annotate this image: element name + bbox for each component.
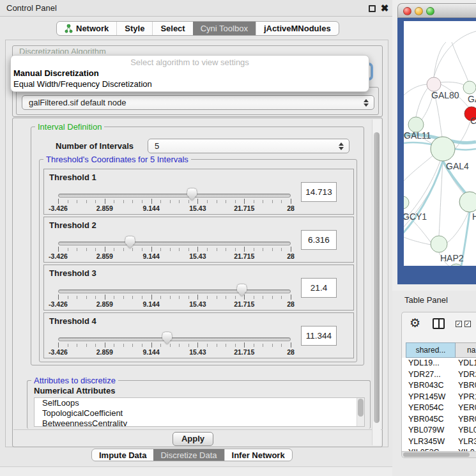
- tab-impute-data[interactable]: Impute Data: [92, 449, 153, 461]
- threshold-4-slider-handle[interactable]: [162, 332, 172, 344]
- network-canvas[interactable]: GAL80 GA C GAL11 GAL4 GCY1 H HAP2: [404, 21, 476, 266]
- table-header: shared... na: [402, 342, 476, 358]
- node-top-right[interactable]: [463, 81, 476, 94]
- tab-style-label: Style: [125, 24, 144, 33]
- network-window-frame: GAL80 GA C GAL11 GAL4 GCY1 H HAP2: [397, 18, 476, 284]
- tick: [291, 247, 291, 252]
- table-data-value: galFiltered.sif default node: [29, 96, 126, 109]
- close-icon[interactable]: ✖: [380, 2, 390, 15]
- node-gcy1[interactable]: [404, 196, 409, 209]
- tick: [197, 295, 198, 300]
- tab-jactivemnodules[interactable]: jActiveMNodules: [256, 22, 339, 35]
- network-icon: [65, 24, 73, 33]
- node-label-partial-h: H: [472, 211, 476, 222]
- checkbox-icon[interactable]: ✓: [464, 321, 471, 327]
- settings-scrollbar[interactable]: [372, 119, 381, 445]
- threshold-2-label: Threshold 2: [49, 220, 96, 230]
- separator: [13, 429, 383, 430]
- zoom-traffic-light[interactable]: [426, 7, 434, 15]
- stepper-arrows-icon: [364, 99, 369, 107]
- tick: [151, 342, 152, 348]
- list-item[interactable]: SelfLoops: [35, 398, 364, 408]
- tick-label: 28: [287, 204, 295, 212]
- threshold-3-value-field[interactable]: 21.4: [301, 278, 337, 298]
- node-hap2[interactable]: [431, 236, 447, 252]
- network-graph: GAL80 GA C GAL11 GAL4 GCY1 H HAP2: [404, 21, 476, 266]
- minimize-traffic-light[interactable]: [415, 7, 423, 15]
- network-window-titlebar[interactable]: [397, 3, 476, 18]
- control-panel-titlebar: Control Panel ✖: [0, 0, 392, 17]
- column-header-name[interactable]: na: [456, 342, 476, 358]
- threshold-3-slider-track[interactable]: [58, 289, 291, 293]
- table-row[interactable]: YBL079WYBL0: [402, 425, 476, 436]
- tick: [291, 342, 291, 348]
- tab-network[interactable]: Network: [57, 22, 116, 35]
- cell: YBR045C: [408, 414, 444, 426]
- threshold-2-slider-handle[interactable]: [125, 236, 135, 249]
- node-hap-right[interactable]: [459, 192, 476, 212]
- float-window-icon[interactable]: [369, 5, 376, 12]
- tick-label: -3.426: [49, 204, 68, 212]
- tab-network-label: Network: [76, 24, 109, 33]
- list-item[interactable]: BetweennessCentrality: [35, 418, 364, 427]
- threshold-4-slider-track[interactable]: [58, 337, 291, 341]
- attributes-list-scrollbar[interactable]: [357, 398, 364, 426]
- tick-label: 15.43: [189, 204, 206, 212]
- threshold-1-slider-handle[interactable]: [187, 188, 197, 201]
- threshold-2-slider-track[interactable]: [58, 242, 291, 245]
- stepper-arrows-icon: [339, 142, 344, 150]
- tab-select[interactable]: Select: [152, 22, 192, 35]
- slider-tick-labels: -3.426 2.859 9.144 15.43 21.715 28: [58, 300, 291, 308]
- table-card: ⚙ ✓ ✓ shared... na YDL19...YDL1 YDR27...…: [401, 312, 476, 458]
- table-row[interactable]: YBR045CYBR0: [402, 414, 476, 426]
- number-of-intervals-combobox[interactable]: 5: [148, 139, 349, 153]
- tick-label: -3.426: [49, 348, 68, 356]
- cell: YDL19...: [408, 358, 440, 369]
- tick: [197, 199, 198, 204]
- apply-button[interactable]: Apply: [173, 432, 213, 446]
- threshold-2-value-field[interactable]: 6.316: [301, 230, 337, 250]
- threshold-4-value-field[interactable]: 11.344: [301, 326, 337, 346]
- number-of-intervals-value: 5: [155, 139, 159, 153]
- table-horizontal-scrollbar[interactable]: [402, 451, 476, 457]
- tab-infer-network[interactable]: Infer Network: [224, 449, 292, 461]
- tab-style[interactable]: Style: [116, 22, 152, 35]
- threshold-1-slider-track[interactable]: [58, 194, 291, 197]
- dropdown-option-manual[interactable]: Manual Discretization: [13, 68, 99, 78]
- tab-cyni-toolbox[interactable]: Cyni Toolbox: [193, 22, 256, 35]
- tick: [58, 342, 59, 348]
- node-label-partial-c: C: [470, 116, 476, 126]
- number-of-intervals-label: Number of Intervals: [56, 141, 134, 151]
- table-row[interactable]: YDL19...YDL1: [402, 358, 476, 369]
- thresholds-group: Threshold's Coordinates for 5 Intervals …: [39, 159, 357, 362]
- node-gal4[interactable]: [431, 137, 455, 161]
- slider-minor-ticks: [58, 200, 291, 203]
- table-row[interactable]: YDR27...YDR2: [402, 369, 476, 381]
- columns-icon[interactable]: [433, 318, 445, 329]
- cyni-panel: Discretization Algorithm Select algorith…: [5, 40, 388, 447]
- table-row[interactable]: YER054CYER0: [402, 403, 476, 414]
- tick-label: 28: [287, 252, 295, 260]
- checkbox-icon[interactable]: ✓: [456, 321, 462, 327]
- slider-tick-labels: -3.426 2.859 9.144 15.43 21.715 28: [58, 348, 291, 356]
- close-traffic-light[interactable]: [403, 7, 411, 15]
- threshold-3-slider-handle[interactable]: [237, 284, 247, 296]
- gear-icon[interactable]: ⚙: [410, 316, 420, 330]
- node-gal80[interactable]: [427, 77, 441, 91]
- tab-discretize-label: Discretize Data: [160, 450, 217, 460]
- threshold-1-value-field[interactable]: 14.713: [301, 182, 337, 202]
- table-row[interactable]: YPR145WYPR1: [402, 392, 476, 403]
- table-data-combobox[interactable]: galFiltered.sif default node: [22, 95, 374, 110]
- dropdown-option-equal-width[interactable]: Equal Width/Frequency Discretization: [13, 79, 152, 89]
- tick: [58, 247, 59, 252]
- table-row[interactable]: YLR345WYLR3: [402, 436, 476, 448]
- cell: YDL1: [458, 358, 476, 369]
- tab-discretize-data[interactable]: Discretize Data: [153, 449, 224, 461]
- list-item[interactable]: TopologicalCoefficient: [35, 408, 364, 418]
- tick: [197, 247, 198, 252]
- numerical-attributes-heading: Numerical Attributes: [34, 386, 115, 395]
- tick: [151, 199, 152, 204]
- tick: [105, 295, 105, 300]
- column-header-shared-name[interactable]: shared...: [406, 342, 456, 358]
- table-row[interactable]: YBR043CYBR0: [402, 380, 476, 392]
